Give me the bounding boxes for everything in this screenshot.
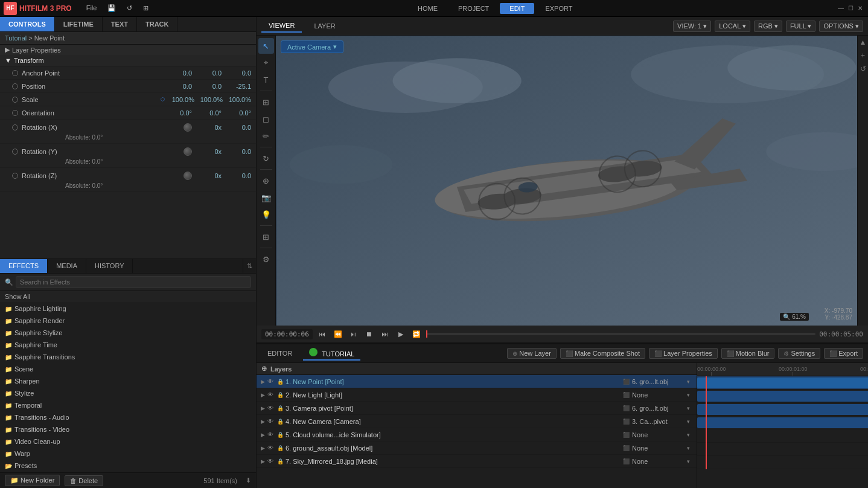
layer-row-1[interactable]: ▶ 👁 🔒 1. New Point [Point] ⬛ 6. gro...lt… — [257, 375, 697, 388]
layer-1-expand[interactable]: ▶ — [259, 378, 266, 385]
rotate-tool[interactable]: ↻ — [258, 150, 274, 166]
layer-row-7[interactable]: ▶ 👁 🔒 7. Sky_Mirrored_18.jpg [Media] ⬛ N… — [257, 455, 697, 468]
menu-undo[interactable]: ↺ — [122, 3, 137, 13]
effect-group-warp[interactable]: 📁Warp — [0, 448, 256, 460]
layer-2-lock[interactable]: 🔒 — [276, 391, 284, 399]
track-row-3[interactable] — [697, 403, 868, 416]
layer-4-vis[interactable]: 👁 — [266, 417, 275, 426]
motion-blur-button[interactable]: ⬛ Motion Blur — [721, 348, 775, 359]
add-layer-header-icon[interactable]: ⊕ — [261, 365, 267, 373]
search-input[interactable] — [16, 276, 251, 288]
rotation-z-knob[interactable] — [183, 172, 192, 180]
pen-tool[interactable]: ✏ — [258, 128, 274, 144]
tab-lifetime[interactable]: LIFETIME — [55, 17, 103, 31]
orient-y[interactable]: 0.0° — [194, 109, 222, 117]
transform-tool[interactable]: ⌖ — [258, 55, 274, 71]
zoom-indicator[interactable]: 🔍 61.% — [780, 313, 809, 321]
reset-view-icon[interactable]: ↺ — [860, 65, 866, 73]
layer-2-expand[interactable]: ▶ — [259, 391, 266, 399]
effect-group-sapphire-lighting[interactable]: 📁Sapphire Lighting — [0, 303, 256, 315]
layer-1-vis[interactable]: 👁 — [266, 377, 275, 386]
layer-row-3[interactable]: ▶ 👁 🔒 3. Camera pivot [Point] ⬛ 6. gro..… — [257, 402, 697, 415]
layer-row-2[interactable]: ▶ 👁 🔒 2. New Light [Light] ⬛ None ▾ — [257, 388, 697, 402]
full-dropdown[interactable]: FULL ▾ — [786, 21, 816, 32]
layer-7-lock[interactable]: 🔒 — [276, 457, 284, 466]
effect-group-transitions-video[interactable]: 📁Transitions - Video — [0, 423, 256, 435]
tab-text[interactable]: TEXT — [103, 17, 137, 31]
download-icon[interactable]: ⬇ — [246, 477, 251, 484]
tutorial-tab[interactable]: TUTORIAL — [303, 346, 360, 361]
nav-export[interactable]: EXPORT — [535, 3, 582, 14]
tab-controls[interactable]: CONTROLS — [0, 17, 55, 31]
nav-project[interactable]: PROJECT — [448, 3, 499, 14]
layer-4-arrow[interactable]: ▾ — [687, 419, 694, 425]
delete-button[interactable]: 🗑 Delete — [65, 475, 103, 486]
step-back-button[interactable]: ⏯ — [348, 328, 360, 340]
text-tool[interactable]: T — [258, 72, 274, 88]
layer-6-arrow[interactable]: ▾ — [687, 445, 694, 451]
layer-1-arrow[interactable]: ▾ — [687, 379, 694, 385]
orient-x[interactable]: 0.0° — [165, 109, 192, 117]
scale-x[interactable]: 100.0% — [167, 96, 194, 103]
rot-z-val[interactable]: 0.0 — [224, 172, 251, 179]
anchor-point-circle[interactable] — [12, 70, 18, 76]
quad-tool[interactable]: ⊞ — [258, 94, 274, 110]
rotation-y-knob[interactable] — [183, 147, 192, 156]
rot-z-turns[interactable]: 0x — [194, 172, 222, 179]
active-camera-dropdown[interactable]: Active Camera ▾ — [281, 40, 343, 53]
pos-z[interactable]: -25.1 — [224, 83, 251, 90]
layer-2-vis[interactable]: 👁 — [266, 391, 275, 399]
prev-frame-button[interactable]: ⏪ — [332, 328, 344, 340]
new-folder-button[interactable]: 📁 New Folder — [5, 475, 60, 486]
anchor-z[interactable]: 0.0 — [224, 69, 251, 77]
tab-history[interactable]: HISTORY — [86, 259, 133, 273]
rot-y-val[interactable]: 0.0 — [224, 148, 251, 155]
effect-group-transitions-audio[interactable]: 📁Transitions - Audio — [0, 411, 256, 423]
timecode-current[interactable]: 00:00:00:06 — [261, 329, 313, 339]
pos-y[interactable]: 0.0 — [194, 83, 222, 90]
camera-tool[interactable]: 📷 — [258, 190, 274, 205]
effect-group-sapphire-render[interactable]: 📁Sapphire Render — [0, 315, 256, 327]
rot-x-turns[interactable]: 0x — [194, 124, 222, 131]
layer-6-vis[interactable]: 👁 — [266, 444, 275, 452]
grid-tool[interactable]: ⊞ — [258, 229, 274, 245]
effects-sort-icon[interactable]: ⇅ — [243, 259, 256, 273]
zoom-in-icon[interactable]: + — [861, 51, 865, 60]
effect-group-sharpen[interactable]: 📁Sharpen — [0, 375, 256, 387]
anchor-y[interactable]: 0.0 — [194, 69, 222, 77]
layer-6-expand[interactable]: ▶ — [259, 445, 266, 452]
track-row-6[interactable] — [697, 443, 868, 456]
layer-properties-button[interactable]: ⬛ Layer Properties — [649, 348, 718, 359]
effect-group-sapphire-time[interactable]: 📁Sapphire Time — [0, 339, 256, 351]
point-tool[interactable]: ⊕ — [258, 173, 274, 188]
menu-file[interactable]: File — [81, 3, 102, 13]
nav-edit[interactable]: EDIT — [500, 3, 534, 14]
scroll-up-icon[interactable]: ▲ — [860, 38, 867, 47]
scale-y[interactable]: 100.0% — [196, 96, 223, 103]
rotation-x-knob[interactable] — [183, 123, 192, 132]
layer-row-6[interactable]: ▶ 👁 🔒 6. ground_assault.obj [Model] ⬛ No… — [257, 441, 697, 455]
effect-group-stylize[interactable]: 📁Stylize — [0, 387, 256, 399]
effect-group-scene[interactable]: 📁Scene — [0, 363, 256, 375]
editor-tab[interactable]: EDITOR — [261, 348, 298, 359]
transform-header[interactable]: ▼ Transform — [0, 55, 256, 66]
orient-z[interactable]: 0.0° — [224, 109, 251, 117]
scale-link-icon[interactable]: ⬡ — [161, 97, 165, 102]
tab-media[interactable]: MEDIA — [48, 259, 86, 273]
layer-6-lock[interactable]: 🔒 — [276, 444, 284, 452]
track-row-2[interactable] — [697, 390, 868, 403]
layer-5-lock[interactable]: 🔒 — [276, 431, 284, 439]
layer-1-lock[interactable]: 🔒 — [276, 377, 284, 386]
effect-group-video-cleanup[interactable]: 📁Video Clean-up — [0, 435, 256, 448]
position-circle[interactable] — [12, 83, 18, 89]
layer-3-arrow[interactable]: ▾ — [687, 405, 694, 411]
timeline-scrubber[interactable] — [426, 333, 815, 335]
pos-x[interactable]: 0.0 — [165, 83, 192, 90]
layer-5-arrow[interactable]: ▾ — [687, 432, 694, 438]
stop-button[interactable]: ⏹ — [363, 328, 375, 340]
layer-row-5[interactable]: ▶ 👁 🔒 5. Cloud volume...icle Simulator] … — [257, 428, 697, 441]
light-tool[interactable]: 💡 — [258, 207, 274, 222]
effect-group-presets[interactable]: 📂Presets — [0, 460, 256, 472]
minimize-button[interactable]: — — [837, 4, 845, 13]
go-start-button[interactable]: ⏮ — [316, 328, 328, 340]
